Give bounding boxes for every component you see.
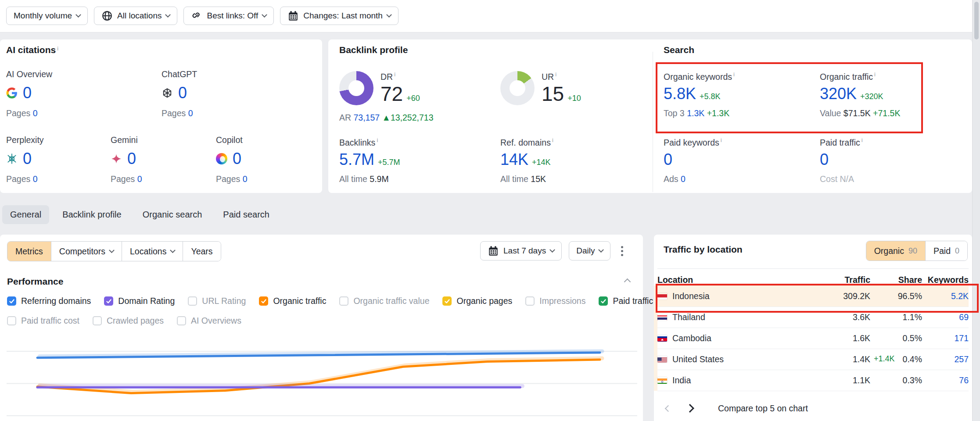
tab-general[interactable]: General (2, 205, 49, 224)
ads-value[interactable]: 0 (681, 174, 686, 184)
alltime-value: 15K (531, 174, 546, 184)
paid-toggle[interactable]: Paid0 (925, 241, 967, 260)
tab-organic-search[interactable]: Organic search (135, 205, 210, 224)
col-keywords[interactable]: Keywords (922, 275, 969, 285)
keywords-link[interactable]: 69 (959, 312, 969, 322)
pages-link[interactable]: 0 (33, 108, 38, 118)
col-location[interactable]: Location (657, 275, 804, 285)
organic-keywords-value[interactable]: 5.8K (664, 85, 696, 103)
compare-top5-label[interactable]: Compare top 5 on chart (718, 403, 808, 414)
info-icon[interactable]: i (874, 71, 876, 78)
location-row-indonesia[interactable]: Indonesia 309.2K 96.5% 5.2K (657, 285, 969, 307)
pages-link[interactable]: 0 (243, 174, 248, 184)
performance-line-chart[interactable] (0, 351, 643, 418)
info-icon[interactable]: i (394, 71, 395, 78)
metric-label: AI Overviews (191, 316, 241, 326)
engine-value[interactable]: 0 (23, 84, 32, 102)
metric-label: Impressions (539, 296, 585, 306)
info-icon[interactable]: i (862, 137, 863, 143)
organic-paid-toggle: Organic90 Paid0 (866, 241, 968, 261)
organic-toggle[interactable]: Organic90 (866, 241, 925, 260)
keywords-link[interactable]: 257 (954, 354, 969, 364)
info-icon[interactable]: i (377, 137, 378, 143)
engine-value[interactable]: 0 (23, 150, 32, 168)
metric-organic-pages[interactable]: Organic pages (442, 296, 512, 306)
info-icon[interactable]: i (733, 71, 735, 78)
col-share[interactable]: Share (870, 275, 922, 285)
pages-link[interactable]: 0 (137, 174, 142, 184)
scrollbar-thumb[interactable] (974, 2, 979, 39)
metric-referring-domains[interactable]: Referring domains (7, 296, 91, 306)
more-options-button[interactable] (617, 243, 627, 260)
chevron-down-icon (549, 247, 555, 253)
competitors-segment[interactable]: Competitors (51, 242, 122, 261)
pages-link[interactable]: 0 (33, 174, 38, 184)
ar-value[interactable]: 73,157 (354, 113, 380, 122)
metric-url-rating[interactable]: URL Rating (188, 296, 246, 306)
scrollbar-track[interactable] (972, 0, 980, 421)
top3-value[interactable]: 1.3K (687, 108, 704, 118)
engine-value[interactable]: 0 (233, 150, 241, 168)
years-segment[interactable]: Years (183, 242, 220, 261)
engine-value[interactable]: 0 (127, 150, 136, 168)
metric-crawled-pages[interactable]: Crawled pages (93, 316, 164, 326)
monthly-volume-dropdown[interactable]: Monthly volume (6, 7, 88, 25)
organic-traffic-label: Organic traffic (820, 72, 873, 82)
collapse-chevron-icon[interactable] (624, 278, 631, 285)
date-range-dropdown[interactable]: Last 7 days (480, 241, 562, 260)
metric-organic-traffic[interactable]: Organic traffic (259, 296, 326, 306)
metrics-segment[interactable]: Metrics (7, 242, 51, 261)
metric-domain-rating[interactable]: Domain Rating (104, 296, 175, 306)
paid-keywords-value[interactable]: 0 (664, 150, 672, 168)
metric-impressions[interactable]: Impressions (525, 296, 585, 306)
organic-traffic-value[interactable]: 320K (820, 85, 857, 103)
metric-label: Domain Rating (118, 296, 175, 306)
locations-segment[interactable]: Locations (122, 242, 183, 261)
ref-domains-block: Ref. domainsi 14K+14K All time 15K (500, 137, 553, 184)
location-name: Indonesia (672, 291, 710, 301)
flag-cambodia (657, 335, 667, 342)
checkbox-icon (339, 296, 348, 306)
metric-paid-traffic-cost[interactable]: Paid traffic cost (7, 316, 79, 326)
changes-dropdown[interactable]: Changes: Last month (280, 7, 398, 25)
keywords-link[interactable]: 5.2K (951, 291, 969, 301)
keywords-link[interactable]: 171 (954, 333, 969, 343)
pages-link[interactable]: 0 (188, 108, 193, 118)
tab-paid-search[interactable]: Paid search (215, 205, 277, 224)
chevron-down-icon (109, 247, 115, 253)
locations-dropdown[interactable]: All locations (94, 7, 177, 25)
next-page-button[interactable] (682, 400, 698, 416)
traffic-by-location-card: Traffic by location Organic90 Paid0 Loca… (654, 235, 972, 421)
info-icon[interactable]: i (552, 137, 553, 143)
engine-value[interactable]: 0 (178, 84, 187, 102)
info-icon[interactable]: i (57, 45, 58, 52)
location-row-cambodia[interactable]: Cambodia 1.6K 0.5% 171 (657, 328, 969, 349)
checkbox-icon (104, 296, 113, 306)
metric-organic-traffic-value[interactable]: Organic traffic value (339, 296, 429, 306)
date-controls: Last 7 days Daily (480, 241, 627, 260)
metric-paid-traffic[interactable]: Paid traffic (599, 296, 653, 306)
top-filter-bar: Monthly volume All locations Best links:… (0, 0, 972, 32)
dr-label: DR (381, 72, 393, 82)
location-row-india[interactable]: India 1.1K 0.3% 76 (657, 370, 969, 391)
best-links-dropdown[interactable]: Best links: Off (183, 7, 274, 25)
info-icon[interactable]: i (721, 137, 722, 143)
granularity-dropdown[interactable]: Daily (569, 241, 610, 260)
ref-domains-value[interactable]: 14K (500, 150, 528, 169)
location-row-united-states[interactable]: United States 1.4K+1.4K 0.4% 257+255 (657, 349, 969, 370)
calendar-icon (287, 10, 299, 21)
monthly-volume-label: Monthly volume (14, 11, 72, 21)
prev-page-button[interactable] (660, 400, 676, 416)
organic-traffic-block: Organic traffici 320K+320K Value $71.5K … (820, 71, 900, 118)
info-icon[interactable]: i (555, 71, 556, 78)
col-traffic[interactable]: Traffic (804, 275, 870, 285)
metric-label: Organic traffic (273, 296, 326, 306)
metric-ai-overviews[interactable]: AI Overviews (177, 316, 241, 326)
ur-value: 15 (542, 82, 564, 106)
traffic-value: 1.4K (853, 354, 870, 364)
location-row-thailand[interactable]: Thailand 3.6K 1.1% 69 (657, 307, 969, 328)
keywords-link[interactable]: 76 (959, 375, 969, 385)
paid-traffic-value[interactable]: 0 (820, 150, 829, 168)
backlinks-value[interactable]: 5.7M (339, 150, 374, 169)
tab-backlink-profile[interactable]: Backlink profile (54, 205, 129, 224)
